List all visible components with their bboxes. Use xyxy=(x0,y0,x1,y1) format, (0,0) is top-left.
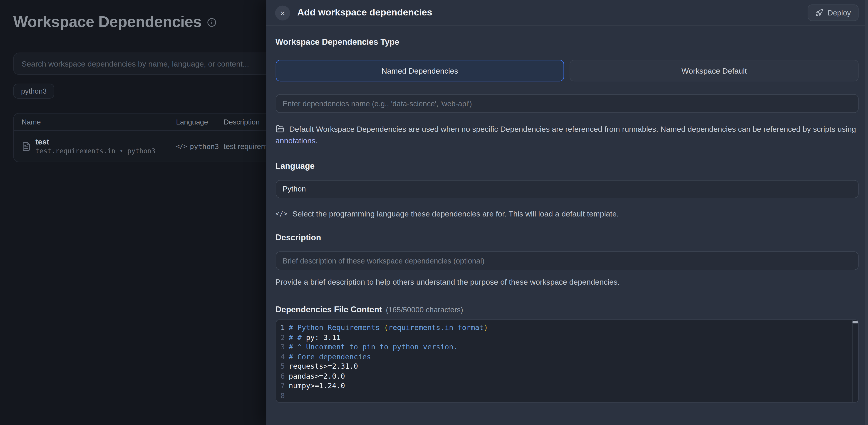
language-helper: </> Select the programming language thes… xyxy=(276,209,859,218)
deploy-label: Deploy xyxy=(828,9,851,17)
code-line: 5requests>=2.31.0 xyxy=(276,362,858,371)
description-input[interactable] xyxy=(276,251,859,270)
code-line: 6pandas>=2.0.0 xyxy=(276,371,858,381)
modal-title: Add workspace dependencies xyxy=(297,7,808,19)
column-header-name: Name xyxy=(14,118,176,126)
code-line: 7numpy>=1.24.0 xyxy=(276,381,858,391)
info-note-text: Default Workspace Dependencies are used … xyxy=(289,124,856,133)
description-helper: Provide a brief description to help othe… xyxy=(276,277,859,286)
type-option-label: Workspace Default xyxy=(682,66,747,75)
screen: Workspace Dependencies python3 Name Lang… xyxy=(0,0,868,425)
dependencies-name-input[interactable] xyxy=(276,94,859,113)
info-note: Default Workspace Dependencies are used … xyxy=(276,124,859,147)
type-section-label: Workspace Dependencies Type xyxy=(276,37,859,46)
description-section-label: Description xyxy=(276,233,859,242)
add-workspace-dependencies-modal: × Add workspace dependencies Deploy Work… xyxy=(266,0,868,425)
type-options: Named Dependencies Workspace Default xyxy=(276,60,859,81)
code-icon: </> xyxy=(276,210,287,218)
search-input[interactable] xyxy=(13,53,307,75)
type-option-workspace-default[interactable]: Workspace Default xyxy=(570,60,859,81)
code-line: 2# # py: 3.11 xyxy=(276,333,858,342)
column-header-language: Language xyxy=(176,118,224,126)
modal-body: Workspace Dependencies Type Named Depend… xyxy=(266,26,865,425)
editor-scrollbar-thumb[interactable] xyxy=(852,321,858,324)
code-lines: 1# Python Requirements (requirements.in … xyxy=(276,320,858,400)
deploy-button[interactable]: Deploy xyxy=(808,4,859,21)
dependencies-file-editor[interactable]: 1# Python Requirements (requirements.in … xyxy=(276,320,859,402)
dependency-language: python3 xyxy=(190,142,219,150)
info-note-period: . xyxy=(315,136,317,145)
code-icon: </> xyxy=(176,143,187,150)
character-counter: (165/50000 characters) xyxy=(386,306,463,314)
close-icon: × xyxy=(280,9,285,17)
code-line: 3# ^ Uncomment to pin to python version. xyxy=(276,342,858,352)
modal-header: × Add workspace dependencies Deploy xyxy=(266,0,868,26)
dependency-meta: test.requirements.in • python3 xyxy=(35,147,155,155)
rocket-icon xyxy=(815,9,823,17)
code-line: 1# Python Requirements (requirements.in … xyxy=(276,323,858,333)
page-title: Workspace Dependencies xyxy=(13,13,202,31)
language-select[interactable]: Python xyxy=(276,180,859,198)
folder-open-icon xyxy=(276,124,284,133)
editor-scrollbar[interactable] xyxy=(852,320,858,402)
close-button[interactable]: × xyxy=(275,5,290,20)
type-option-named-dependencies[interactable]: Named Dependencies xyxy=(276,60,564,81)
dependency-name: test xyxy=(35,137,155,146)
code-line: 8 xyxy=(276,391,858,400)
filter-chip-python3[interactable]: python3 xyxy=(13,84,55,99)
content-section-label: Dependencies File Content xyxy=(276,305,382,314)
info-icon xyxy=(207,18,216,27)
file-text-icon xyxy=(22,141,31,151)
code-line: 4# Core dependencies xyxy=(276,352,858,362)
chip-label: python3 xyxy=(21,87,47,95)
annotations-link[interactable]: annotations xyxy=(276,136,315,145)
language-section-label: Language xyxy=(276,161,859,170)
language-select-value: Python xyxy=(282,185,306,193)
modal-scrollbar[interactable] xyxy=(865,0,868,425)
language-helper-text: Select the programming language these de… xyxy=(292,209,619,218)
type-option-label: Named Dependencies xyxy=(381,66,458,75)
